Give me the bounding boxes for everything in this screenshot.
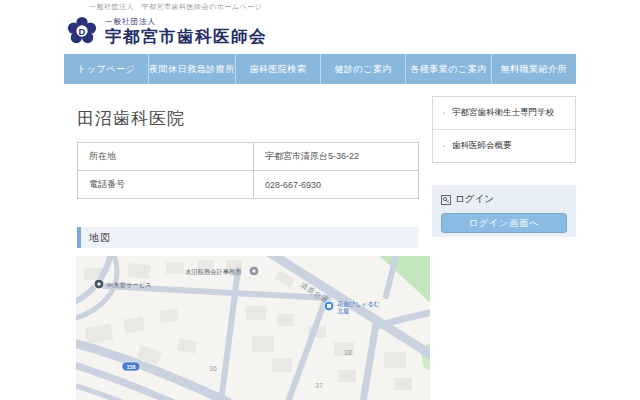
page: 一般社団法人 宇都宮市歯科医師会のホームページ D 一般社団法人 宇都宮市歯科医…: [0, 0, 640, 400]
sidebar-link-label: 歯科医師会概要: [452, 140, 512, 152]
poi-label: 花遊びしゃるむ: [337, 301, 380, 308]
site-logo-link[interactable]: D 一般社団法人 宇都宮市歯科医師会: [66, 15, 267, 47]
map-park-area: [371, 256, 430, 308]
nav-item-programs[interactable]: 各種事業のご案内: [405, 54, 490, 84]
phone-label: 電話番号: [78, 171, 254, 199]
map-poi-service[interactable]: ㈲永堂サービス: [94, 279, 152, 289]
address-value: 宇都宮市清原台5-36-22: [254, 143, 419, 171]
poi-label-line2: 北屋: [337, 307, 349, 315]
map-canvas: 清原台通り 158 36 37 38 ㈲永堂サービス 水沼税務会計事務所: [76, 256, 430, 400]
bullet-icon: ・: [440, 141, 448, 152]
table-row: 電話番号 028-667-6930: [78, 171, 419, 199]
sidebar-link-association-overview[interactable]: ・ 歯科医師会概要: [433, 129, 575, 162]
emblem-letter: D: [79, 26, 86, 37]
poi-label: ㈲永堂サービス: [107, 281, 152, 288]
map-poi-tax-office[interactable]: 水沼税務会計事務所: [185, 266, 259, 276]
page-title: 田沼歯科医院: [77, 107, 185, 130]
address-label: 所在地: [78, 143, 254, 171]
sidebar-link-hygienist-school[interactable]: ・ 宇都宮歯科衛生士専門学校: [433, 97, 575, 129]
embedded-map[interactable]: 清原台通り 158 36 37 38 ㈲永堂サービス 水沼税務会計事務所: [76, 256, 430, 400]
login-title: ログイン: [455, 193, 494, 206]
sidebar-link-label: 宇都宮歯科衛生士専門学校: [452, 107, 554, 119]
site-tagline: 一般社団法人 宇都宮市歯科医師会のホームページ: [89, 2, 262, 12]
phone-value: 028-667-6930: [254, 171, 419, 199]
table-row: 所在地 宇都宮市清原台5-36-22: [78, 143, 419, 171]
block-number: 38: [344, 349, 352, 356]
block-number: 37: [315, 382, 323, 389]
map-section-header: 地図: [77, 227, 419, 248]
route-shield: 158: [122, 362, 140, 371]
main-navigation: トップページ 夜間休日救急診療所 歯科医院検索 健診のご案内 各種事業のご案内 …: [64, 54, 576, 84]
clinic-info-table: 所在地 宇都宮市清原台5-36-22 電話番号 028-667-6930: [77, 142, 419, 199]
org-type-label: 一般社団法人: [105, 17, 267, 27]
association-emblem-icon: D: [66, 15, 98, 47]
block-number: 36: [209, 365, 217, 372]
nav-item-top[interactable]: トップページ: [64, 54, 148, 84]
bullet-icon: ・: [440, 108, 448, 119]
nav-item-emergency[interactable]: 夜間休日救急診療所: [148, 54, 235, 84]
poi-label: 水沼税務会計事務所: [185, 268, 242, 276]
key-icon: [441, 195, 451, 205]
map-section-title: 地図: [89, 231, 111, 245]
nav-item-clinic-search[interactable]: 歯科医院検索: [235, 54, 320, 84]
sidebar-links-box: ・ 宇都宮歯科衛生士専門学校 ・ 歯科医師会概要: [432, 96, 576, 163]
nav-item-checkup[interactable]: 健診のご案内: [320, 54, 405, 84]
org-name-title: 宇都宮市歯科医師会: [105, 27, 267, 46]
login-button[interactable]: ログイン画面へ: [441, 213, 567, 233]
nav-item-job-agency[interactable]: 無料職業紹介所: [491, 54, 576, 84]
login-panel: ログイン ログイン画面へ: [432, 185, 576, 237]
route-number: 158: [126, 364, 135, 370]
